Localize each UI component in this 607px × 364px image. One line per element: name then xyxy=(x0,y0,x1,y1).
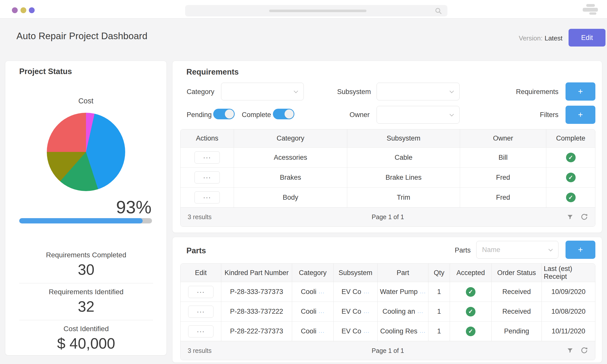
pending-toggle[interactable] xyxy=(213,109,235,119)
truncated-ellipsis-icon[interactable]: ··· xyxy=(417,310,423,315)
table-row: ··· P-28-333-737222 Cooli··· EV Co··· Co… xyxy=(181,302,595,321)
window-dot[interactable] xyxy=(12,7,18,13)
table-row: ··· Body Trim Fred ✓ xyxy=(181,187,595,207)
completion-progress-bar xyxy=(19,218,152,223)
last-receipt-cell: 10/11/2020 xyxy=(542,322,595,341)
category-cell: Cooli··· xyxy=(292,302,334,321)
owner-select[interactable] xyxy=(377,106,460,124)
column-header: Edit xyxy=(181,264,221,282)
stat-value: 32 xyxy=(19,298,153,315)
column-header: Kindred Part Number xyxy=(221,264,292,282)
complete-check-icon: ✓ xyxy=(566,193,576,202)
column-header: Qty xyxy=(428,264,450,282)
parts-table: Edit Kindred Part Number Category Subsys… xyxy=(180,263,595,360)
truncated-ellipsis-icon[interactable]: ··· xyxy=(319,310,324,315)
stat-value: 30 xyxy=(19,261,153,278)
page-indicator: Page 1 of 1 xyxy=(181,213,595,221)
row-edit-button[interactable]: ··· xyxy=(188,286,213,298)
menu-bar xyxy=(583,8,598,12)
version-value: Latest xyxy=(545,34,562,42)
pie-chart-title: Cost xyxy=(5,97,166,105)
truncated-ellipsis-icon[interactable]: ··· xyxy=(319,329,324,335)
page-indicator: Page 1 of 1 xyxy=(181,347,595,354)
project-status-title: Project Status xyxy=(19,67,72,76)
stat-requirements-identified: Requirements Identified 32 xyxy=(19,288,153,315)
part-number-cell: P-28-222-737373 xyxy=(221,322,292,341)
column-header: Last (est) Receipt xyxy=(542,264,595,282)
project-status-card: Project Status Cost 93% Requirements Com… xyxy=(5,61,167,355)
stat-label: Requirements Identified xyxy=(19,288,153,296)
window-dot[interactable] xyxy=(29,7,35,13)
row-actions-button[interactable]: ··· xyxy=(194,191,220,203)
column-header: Subsystem xyxy=(334,264,378,282)
menu-icon[interactable] xyxy=(583,4,602,15)
stat-label: Requirements Completed xyxy=(19,251,153,259)
truncated-ellipsis-icon[interactable]: ··· xyxy=(363,310,369,315)
search-placeholder-bar xyxy=(269,10,366,12)
truncated-ellipsis-icon[interactable]: ··· xyxy=(363,290,369,295)
category-cell: Body xyxy=(234,188,347,207)
row-actions-button[interactable]: ··· xyxy=(194,171,220,184)
completion-progress-fill xyxy=(19,218,143,223)
table-footer: 3 results Page 1 of 1 xyxy=(181,341,595,360)
column-header: Actions xyxy=(181,129,234,147)
subsystem-cell: Cable xyxy=(347,148,460,167)
truncated-ellipsis-icon[interactable]: ··· xyxy=(363,329,369,335)
column-header: Part xyxy=(378,264,428,282)
add-requirements-label: Requirements xyxy=(516,88,558,96)
row-edit-button[interactable]: ··· xyxy=(188,306,213,318)
table-header-row: Edit Kindred Part Number Category Subsys… xyxy=(181,264,595,282)
add-requirement-button[interactable]: + xyxy=(566,82,595,101)
add-part-button[interactable]: + xyxy=(566,241,595,259)
category-cell: Brakes xyxy=(234,168,347,187)
table-header-row: Actions Category Subsystem Owner Complet… xyxy=(181,129,595,147)
truncated-ellipsis-icon[interactable]: ··· xyxy=(420,329,425,335)
page-title: Auto Repair Project Dashboard xyxy=(16,31,147,41)
divider xyxy=(19,283,153,283)
refresh-icon[interactable] xyxy=(580,213,588,221)
search-input[interactable] xyxy=(185,5,447,16)
truncated-ellipsis-icon[interactable]: ··· xyxy=(420,290,426,295)
parts-select-label: Parts xyxy=(455,246,471,254)
refresh-icon[interactable] xyxy=(580,347,588,354)
column-header: Category xyxy=(292,264,334,282)
complete-toggle[interactable] xyxy=(273,109,294,119)
toggle-knob xyxy=(225,109,234,119)
table-row: ··· Acessories Cable Bill ✓ xyxy=(181,147,595,167)
window-dot[interactable] xyxy=(20,7,26,13)
chevron-down-icon xyxy=(450,112,454,117)
category-cell: Acessories xyxy=(234,148,347,167)
qty-cell: 1 xyxy=(428,282,450,302)
add-filter-button[interactable]: + xyxy=(566,106,595,124)
qty-cell: 1 xyxy=(428,302,450,321)
search-icon xyxy=(435,7,442,14)
owner-cell: Fred xyxy=(460,188,546,207)
table-row: ··· P-28-222-737373 Cooli··· EV Co··· Co… xyxy=(181,321,595,341)
column-header: Subsystem xyxy=(347,129,460,147)
subsystem-cell: EV Co··· xyxy=(334,282,378,302)
column-header: Accepted xyxy=(450,264,492,282)
window-titlebar xyxy=(0,0,607,18)
owner-cell: Fred xyxy=(460,168,546,187)
owner-filter-label: Owner xyxy=(350,111,370,119)
category-select[interactable] xyxy=(221,83,304,100)
parts-name-select[interactable]: Name xyxy=(476,241,558,259)
row-edit-button[interactable]: ··· xyxy=(188,325,213,337)
app-root: Auto Repair Project Dashboard Version:La… xyxy=(0,0,607,364)
filter-funnel-icon[interactable] xyxy=(567,347,573,354)
column-header: Order Status xyxy=(492,264,542,282)
cost-pie-chart xyxy=(47,113,125,191)
column-header: Owner xyxy=(460,129,546,147)
subsystem-select[interactable] xyxy=(377,83,460,100)
filter-funnel-icon[interactable] xyxy=(567,214,573,220)
subsystem-filter-label: Subsystem xyxy=(337,88,371,96)
filters-label: Filters xyxy=(540,111,559,119)
chevron-down-icon xyxy=(450,89,454,93)
owner-cell: Bill xyxy=(460,148,546,167)
truncated-ellipsis-icon[interactable]: ··· xyxy=(319,290,324,295)
row-actions-button[interactable]: ··· xyxy=(194,151,220,164)
edit-button[interactable]: Edit xyxy=(569,29,605,47)
table-row: ··· Brakes Brake Lines Fred ✓ xyxy=(181,167,595,187)
toggle-knob xyxy=(285,109,294,119)
stat-cost-identified: Cost Identified $ 40,000 xyxy=(19,325,153,352)
